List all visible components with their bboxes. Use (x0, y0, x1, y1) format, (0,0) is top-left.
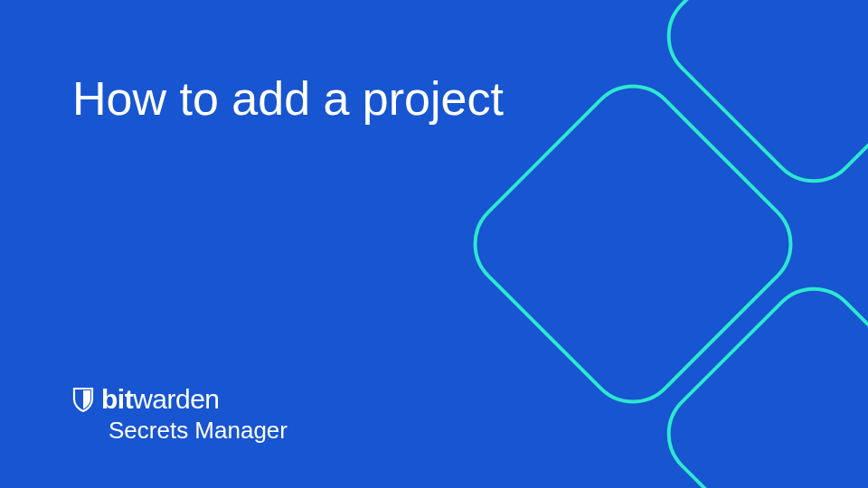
diamond-icon (647, 267, 868, 488)
brand-row: bitwarden (72, 384, 288, 415)
brand-suffix: warden (133, 384, 219, 414)
shield-icon (72, 387, 94, 412)
diamond-icon (647, 0, 868, 202)
page-title: How to add a project (72, 72, 504, 127)
diamond-icon (454, 65, 812, 423)
brand-name: bitwarden (101, 384, 220, 415)
brand-prefix: bit (101, 384, 133, 414)
brand-product: Secrets Manager (108, 417, 288, 445)
brand-block: bitwarden Secrets Manager (72, 384, 288, 445)
